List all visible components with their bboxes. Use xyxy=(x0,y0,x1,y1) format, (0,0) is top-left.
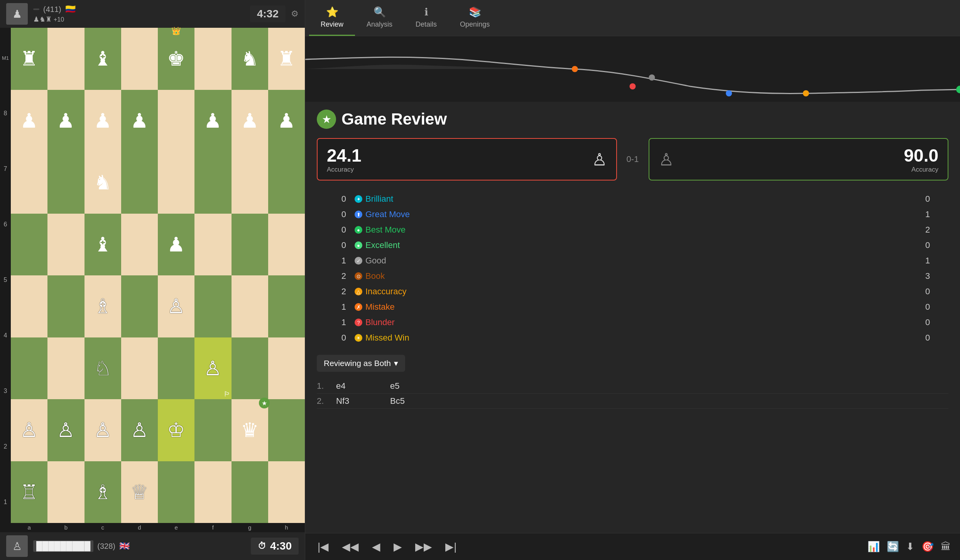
square-b2[interactable]: ♙ xyxy=(47,399,84,461)
square-e7[interactable] xyxy=(158,90,194,152)
share-button[interactable]: 🔄 xyxy=(887,541,899,553)
square-b7[interactable]: ♟ xyxy=(47,90,84,152)
tab-openings[interactable]: 📚 Openings xyxy=(448,0,501,36)
black-accuracy-label: Accuracy xyxy=(904,166,938,174)
square-d7[interactable]: ♟ xyxy=(121,90,158,152)
square-d8[interactable] xyxy=(121,28,158,90)
square-a5[interactable] xyxy=(11,214,47,276)
tab-review[interactable]: ⭐ Review xyxy=(309,0,355,36)
nav-prev-multi-button[interactable]: ◀◀ xyxy=(339,539,362,555)
square-c1[interactable]: ♗ xyxy=(85,461,121,523)
square-g4[interactable] xyxy=(232,275,268,337)
square-c2[interactable]: ♙ xyxy=(85,399,121,461)
square-h2[interactable] xyxy=(268,399,305,461)
score-label: 0-1 xyxy=(623,154,642,164)
move-white[interactable]: e4 xyxy=(336,381,390,391)
stat-label-text: Missed Win xyxy=(365,333,409,343)
square-c8[interactable]: ♝ xyxy=(85,28,121,90)
square-h3[interactable] xyxy=(268,337,305,400)
stat-label-text: Excellent xyxy=(365,240,400,250)
square-e1[interactable] xyxy=(158,461,194,523)
square-e4[interactable]: ♙ xyxy=(158,275,194,337)
square-h4[interactable] xyxy=(268,275,305,337)
move-black[interactable]: Bc5 xyxy=(390,396,444,406)
square-f4[interactable] xyxy=(194,275,231,337)
square-g5[interactable] xyxy=(232,214,268,276)
square-f2[interactable] xyxy=(194,399,231,461)
square-e6[interactable] xyxy=(158,152,194,214)
square-e5[interactable]: ♟ xyxy=(158,214,194,276)
square-a2[interactable]: ♙ xyxy=(11,399,47,461)
square-h1[interactable] xyxy=(268,461,305,523)
player-rating-bottom: (328) xyxy=(97,542,115,551)
square-a7[interactable]: ♟ xyxy=(11,90,47,152)
trophy-button[interactable]: 🏛 xyxy=(941,541,951,553)
square-d3[interactable] xyxy=(121,337,158,400)
square-b8[interactable] xyxy=(47,28,84,90)
square-h6[interactable] xyxy=(268,152,305,214)
nav-next-multi-button[interactable]: ▶▶ xyxy=(412,539,435,555)
square-a3[interactable] xyxy=(11,337,47,400)
square-h5[interactable] xyxy=(268,214,305,276)
nav-next-button[interactable]: ▶ xyxy=(390,539,405,555)
nav-first-button[interactable]: |◀ xyxy=(314,539,332,555)
tab-analysis[interactable]: 🔍 Analysis xyxy=(355,0,404,36)
square-b1[interactable] xyxy=(47,461,84,523)
square-a1[interactable]: ♖ xyxy=(11,461,47,523)
square-b6[interactable] xyxy=(47,152,84,214)
square-f6[interactable] xyxy=(194,152,231,214)
piece-h8: ♜ xyxy=(277,49,296,69)
square-d2[interactable]: ♙ xyxy=(121,399,158,461)
stat-label-cell: ⊙ Book xyxy=(348,268,918,284)
square-f3[interactable]: ♙ 🏳 xyxy=(194,337,231,400)
stat-label-text: Inaccuracy xyxy=(365,287,406,297)
square-c4[interactable]: ♗ xyxy=(85,275,121,337)
square-d6[interactable] xyxy=(121,152,158,214)
square-f5[interactable] xyxy=(194,214,231,276)
download-button[interactable]: ⬇ xyxy=(906,541,914,553)
square-a8[interactable]: ♜ xyxy=(11,28,47,90)
square-g7[interactable]: ♟ xyxy=(232,90,268,152)
square-d1[interactable]: ♕ xyxy=(121,461,158,523)
square-f7[interactable]: ♟ xyxy=(194,90,231,152)
move-black[interactable]: e5 xyxy=(390,381,444,391)
square-f1[interactable] xyxy=(194,461,231,523)
square-c7[interactable]: ♟ xyxy=(85,90,121,152)
nav-prev-button[interactable]: ◀ xyxy=(369,539,384,555)
reviewing-btn[interactable]: Reviewing as Both ▾ xyxy=(317,355,405,372)
square-g6[interactable] xyxy=(232,152,268,214)
move-number: 1. xyxy=(317,381,336,391)
square-h7[interactable]: ♟ xyxy=(268,90,305,152)
tab-details[interactable]: ℹ Details xyxy=(404,0,448,36)
square-g1[interactable] xyxy=(232,461,268,523)
square-e2[interactable]: ♔ xyxy=(158,399,194,461)
square-b4[interactable] xyxy=(47,275,84,337)
stat-label-col: ✓ Good xyxy=(349,256,916,266)
square-c6[interactable]: ♞ xyxy=(85,152,121,214)
square-d5[interactable] xyxy=(121,214,158,276)
square-h8[interactable]: ♜ xyxy=(268,28,305,90)
move-white[interactable]: Nf3 xyxy=(336,396,390,406)
square-a6[interactable] xyxy=(11,152,47,214)
square-g2[interactable]: ♛ ★ xyxy=(232,399,268,461)
square-g3[interactable] xyxy=(232,337,268,400)
square-c3[interactable]: ♘ xyxy=(85,337,121,400)
target-button[interactable]: 🎯 xyxy=(921,541,934,553)
piece-g7: ♟ xyxy=(241,111,259,131)
square-g8[interactable]: ♞ xyxy=(232,28,268,90)
move-row[interactable]: 2. Nf3 Bc5 xyxy=(317,394,948,409)
gear-icon[interactable]: ⚙ xyxy=(291,9,299,19)
square-d4[interactable] xyxy=(121,275,158,337)
square-f8[interactable] xyxy=(194,28,231,90)
avatar-top: ♟ xyxy=(6,3,28,25)
square-e3[interactable] xyxy=(158,337,194,400)
square-a4[interactable] xyxy=(11,275,47,337)
nav-last-button[interactable]: ▶| xyxy=(442,539,460,555)
move-row[interactable]: 1. e4 e5 xyxy=(317,379,948,394)
square-b5[interactable] xyxy=(47,214,84,276)
square-e8[interactable]: ♚ 👑 xyxy=(158,28,194,90)
bar-chart-button[interactable]: 📊 xyxy=(867,541,880,553)
square-c5[interactable]: ♝ xyxy=(85,214,121,276)
square-b3[interactable] xyxy=(47,337,84,400)
chess-board[interactable]: ♜ ♝ ♚ 👑 ♞ ♜ ♟ ♟ ♟ ♟ ♟ ♟ ♟ xyxy=(11,28,305,523)
